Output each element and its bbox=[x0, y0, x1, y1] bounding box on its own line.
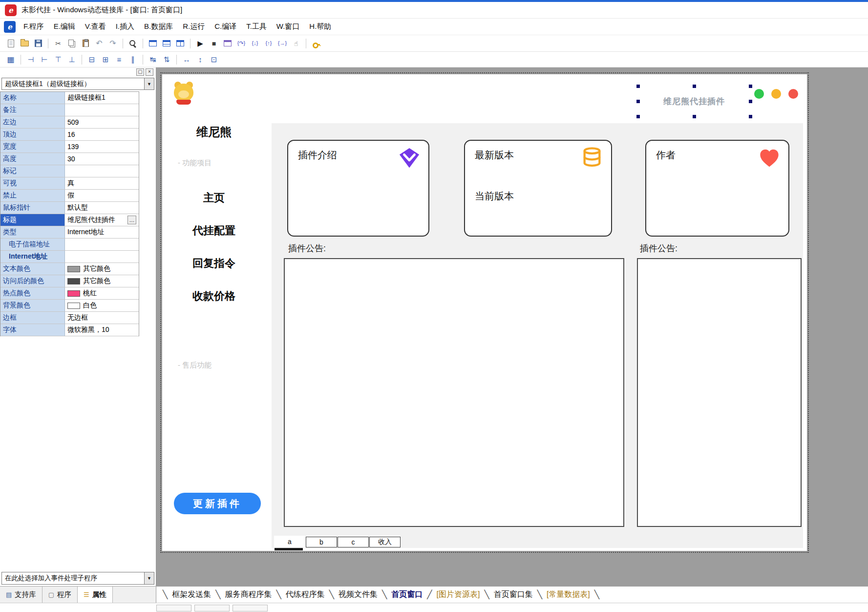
property-row[interactable]: 电子信箱地址 bbox=[0, 239, 139, 251]
step-out-button[interactable]: {↑} bbox=[262, 37, 275, 50]
menu-item-3[interactable]: V.查看 bbox=[80, 20, 111, 34]
property-value[interactable]: 其它颜色 bbox=[65, 263, 139, 275]
document-tab-7[interactable]: 首页窗口集 bbox=[490, 590, 537, 600]
center-vertical-button[interactable]: ⊞ bbox=[99, 53, 112, 66]
property-row[interactable]: 名称超级链接框1 bbox=[0, 92, 139, 104]
selection-handle[interactable] bbox=[636, 85, 640, 88]
align-centers-button[interactable]: ≡ bbox=[112, 53, 126, 66]
form-nav-item-2[interactable]: 代挂配置 bbox=[162, 223, 266, 238]
align-top-button[interactable]: ⊤ bbox=[51, 53, 65, 66]
card-version[interactable]: 最新版本 当前版本 bbox=[464, 140, 612, 237]
pan-button[interactable]: ☝ bbox=[289, 37, 303, 50]
property-row[interactable]: 标题维尼熊代挂插件… bbox=[0, 214, 139, 226]
property-value[interactable] bbox=[65, 104, 139, 116]
run-button[interactable]: ▶ bbox=[193, 37, 207, 50]
window-tile-horizontal-button[interactable] bbox=[160, 37, 173, 50]
property-value[interactable]: 微软雅黑，10 bbox=[65, 324, 139, 336]
property-row[interactable]: 背景颜色白色 bbox=[0, 300, 139, 312]
open-file-button[interactable] bbox=[18, 37, 31, 50]
property-row[interactable]: 可视真 bbox=[0, 177, 139, 190]
property-value[interactable]: 维尼熊代挂插件… bbox=[65, 214, 139, 226]
document-tab-5[interactable]: 首页窗口 bbox=[387, 590, 426, 600]
property-row[interactable]: 左边509 bbox=[0, 116, 139, 129]
form-nav-item-1[interactable]: 主页 bbox=[162, 191, 266, 205]
menu-item-10[interactable]: H.帮助 bbox=[304, 20, 336, 34]
selection-handle[interactable] bbox=[693, 85, 696, 88]
panel-close-button[interactable]: × bbox=[146, 68, 153, 76]
property-row[interactable]: 热点颜色桃红 bbox=[0, 287, 139, 300]
card-plugin-intro[interactable]: 插件介绍 bbox=[287, 140, 429, 237]
form-page-tab-1[interactable]: a bbox=[274, 536, 305, 547]
align-right-button[interactable]: ⊢ bbox=[38, 53, 51, 66]
document-tab-2[interactable]: 服务商程序集 bbox=[221, 590, 276, 600]
panel-restore-button[interactable]: ▢ bbox=[136, 68, 144, 76]
property-row[interactable]: 禁止假 bbox=[0, 190, 139, 202]
property-row[interactable]: 类型Internet地址 bbox=[0, 226, 139, 239]
document-tab-1[interactable]: 框架发送集 bbox=[168, 590, 215, 600]
traffic-light-green[interactable] bbox=[754, 89, 764, 99]
menu-item-4[interactable]: I.插入 bbox=[111, 20, 139, 34]
center-horizontal-button[interactable]: ⊟ bbox=[85, 53, 99, 66]
update-plugin-button[interactable]: 更新插件 bbox=[174, 493, 261, 514]
save-button[interactable] bbox=[31, 37, 45, 50]
same-width-button[interactable]: ↔ bbox=[180, 53, 193, 66]
step-over-button[interactable]: {↷} bbox=[234, 37, 248, 50]
panel-tab-3[interactable]: ☰属性 bbox=[78, 587, 113, 603]
property-value[interactable]: 509 bbox=[65, 116, 139, 128]
property-value[interactable]: 139 bbox=[65, 141, 139, 153]
selection-handle[interactable] bbox=[693, 115, 696, 118]
window-tile-vertical-button[interactable] bbox=[173, 37, 187, 50]
property-value[interactable]: 无边框 bbox=[65, 312, 139, 324]
object-selector[interactable]: 超级链接框1（超级链接框） ▼ bbox=[1, 78, 154, 90]
menu-item-1[interactable]: F.程序 bbox=[19, 20, 49, 34]
property-value[interactable]: 16 bbox=[65, 129, 139, 140]
selection-handle[interactable] bbox=[636, 115, 640, 118]
menu-item-7[interactable]: C.编译 bbox=[210, 20, 241, 34]
property-value[interactable]: 默认型 bbox=[65, 202, 139, 214]
document-tab-8[interactable]: [常量数据表] bbox=[543, 590, 594, 600]
property-row[interactable]: 文本颜色其它颜色 bbox=[0, 263, 139, 275]
property-row[interactable]: 宽度139 bbox=[0, 141, 139, 153]
find-button[interactable] bbox=[126, 37, 140, 50]
menu-item-6[interactable]: R.运行 bbox=[178, 20, 210, 34]
document-tab-4[interactable]: 视频文件集 bbox=[335, 590, 381, 600]
panel-tab-1[interactable]: ▤支持库 bbox=[0, 587, 42, 603]
form-grid-button[interactable]: ▦ bbox=[4, 53, 18, 66]
panel-tab-2[interactable]: ▢程序 bbox=[42, 587, 78, 603]
menu-item-2[interactable]: E.编辑 bbox=[49, 20, 80, 34]
same-size-button[interactable]: ⊡ bbox=[207, 53, 221, 66]
announcement-box-1[interactable] bbox=[284, 258, 624, 527]
property-value[interactable]: 真 bbox=[65, 177, 139, 189]
property-value[interactable]: 其它颜色 bbox=[65, 275, 139, 287]
stop-button[interactable]: ■ bbox=[207, 37, 221, 50]
new-file-button[interactable] bbox=[4, 37, 18, 50]
copy-button[interactable] bbox=[65, 37, 79, 50]
property-row[interactable]: 鼠标指针默认型 bbox=[0, 202, 139, 214]
selected-control[interactable]: 维尼熊代挂插件 bbox=[638, 86, 750, 116]
menu-item-9[interactable]: W.窗口 bbox=[272, 20, 305, 34]
form-page-tab-2[interactable]: b bbox=[306, 537, 337, 547]
selection-handle[interactable] bbox=[749, 100, 752, 103]
designed-form[interactable]: 维尼熊 - 功能项目 主页代挂配置回复指令收款价格 - 售后功能 更新插件 维尼… bbox=[162, 74, 807, 551]
event-handler-selector[interactable]: 在此处选择加入事件处理子程序 ▼ bbox=[1, 572, 154, 585]
chevron-down-icon[interactable]: ▼ bbox=[144, 78, 154, 89]
pooh-bear-icon[interactable] bbox=[172, 79, 196, 106]
property-row[interactable]: 边框无边框 bbox=[0, 312, 139, 324]
cut-button[interactable]: ✂ bbox=[51, 37, 65, 50]
equal-h-spacing-button[interactable]: ↹ bbox=[146, 53, 160, 66]
document-tab-3[interactable]: 代练程序集 bbox=[282, 590, 329, 600]
debug-key-button[interactable] bbox=[309, 37, 323, 50]
form-nav-item-3[interactable]: 回复指令 bbox=[162, 256, 266, 271]
property-row[interactable]: 高度30 bbox=[0, 153, 139, 165]
card-author[interactable]: 作者 bbox=[645, 140, 789, 237]
form-nav-item-4[interactable]: 收款价格 bbox=[162, 289, 266, 304]
property-value[interactable] bbox=[65, 251, 139, 262]
paste-button[interactable] bbox=[79, 37, 92, 50]
property-row[interactable]: 标记 bbox=[0, 165, 139, 177]
property-value[interactable]: 桃红 bbox=[65, 287, 139, 299]
property-value[interactable]: Internet地址 bbox=[65, 226, 139, 238]
chevron-down-icon[interactable]: ▼ bbox=[144, 572, 154, 584]
traffic-light-red[interactable] bbox=[788, 89, 798, 99]
ellipsis-button[interactable]: … bbox=[127, 216, 136, 224]
property-value[interactable] bbox=[65, 239, 139, 250]
